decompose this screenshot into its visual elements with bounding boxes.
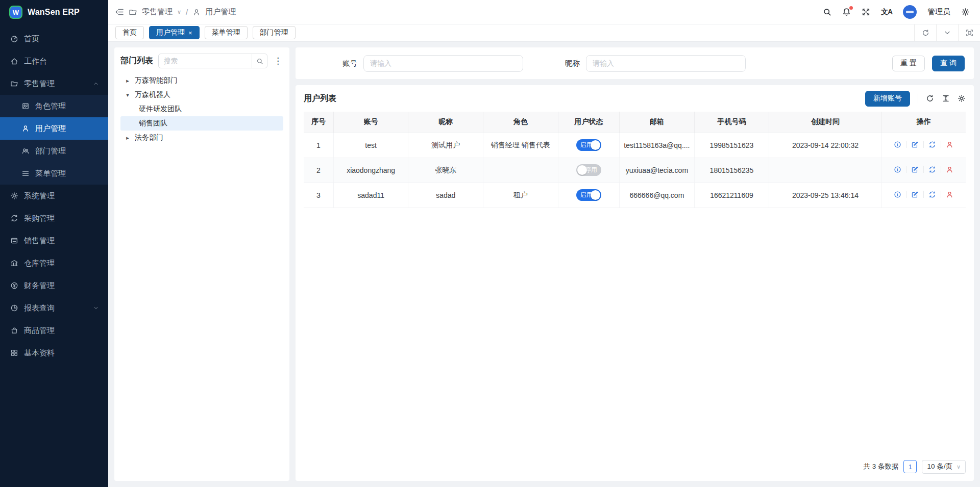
info-icon[interactable]: [894, 166, 901, 173]
sidebar-item-label: 财务管理: [24, 281, 99, 291]
tree-node[interactable]: 硬件研发团队: [120, 102, 283, 116]
chevron-down-icon[interactable]: ∨: [177, 9, 181, 15]
sidebar-item-dept-mgmt[interactable]: 部门管理: [0, 140, 108, 162]
tab-dept-mgmt[interactable]: 部门管理: [253, 26, 296, 39]
nickname-input[interactable]: [586, 55, 746, 72]
cell-status: 启用: [558, 133, 620, 158]
sidebar-item-workbench[interactable]: 工作台: [0, 50, 108, 72]
sidebar-item-label: 菜单管理: [35, 169, 99, 178]
edit-icon[interactable]: [911, 191, 919, 198]
yuan-coin-icon: [10, 281, 18, 290]
avatar[interactable]: [903, 5, 917, 19]
translate-icon[interactable]: 文A: [881, 8, 892, 17]
content-area: 部门列表 ⋮ ▸ 万森智能部门 ▾ 万森机器人: [108, 41, 980, 487]
top-header: 零售管理 ∨ / 用户管理 文A 管理员: [108, 0, 980, 24]
invoice-icon: [10, 237, 18, 245]
breadcrumb: 零售管理 ∨ / 用户管理: [115, 7, 236, 17]
page-size-select[interactable]: 10 条/页 ∨: [922, 460, 966, 474]
sidebar-item-role-mgmt[interactable]: 角色管理: [0, 95, 108, 117]
user-name[interactable]: 管理员: [927, 7, 950, 17]
close-icon[interactable]: ×: [188, 30, 192, 36]
table-row: 2 xiaodongzhang 张晓东 停用 yuxiuaa@tecia.com…: [304, 158, 966, 183]
fullscreen-icon[interactable]: [862, 8, 870, 16]
status-toggle[interactable]: 停用: [576, 164, 601, 176]
info-icon[interactable]: [894, 141, 901, 148]
sidebar-item-label: 首页: [24, 34, 99, 44]
department-search-input[interactable]: [159, 57, 252, 65]
edit-icon[interactable]: [911, 141, 919, 148]
query-button[interactable]: 查 询: [932, 56, 965, 71]
tree-node-selected[interactable]: 销售团队: [120, 116, 283, 131]
reset-button[interactable]: 重 置: [892, 56, 925, 71]
breadcrumb-level1[interactable]: 零售管理: [142, 7, 173, 17]
sidebar-item-purchase-mgmt[interactable]: 采购管理: [0, 207, 108, 229]
unbind-user-icon[interactable]: [946, 166, 953, 173]
person-icon: [192, 8, 201, 16]
breadcrumb-separator: /: [186, 8, 188, 16]
kebab-menu-icon[interactable]: ⋮: [273, 56, 283, 66]
search-icon[interactable]: [252, 54, 267, 68]
maximize-pane-icon[interactable]: [958, 24, 980, 41]
people-icon: [21, 147, 30, 155]
row-height-icon[interactable]: [942, 94, 950, 102]
tree-node[interactable]: ▸ 法务部门: [120, 131, 283, 145]
cycle-arrows-icon: [10, 214, 18, 222]
tab-menu-mgmt[interactable]: 菜单管理: [205, 26, 248, 39]
tab-bar: 首页 用户管理 × 菜单管理 部门管理: [108, 24, 980, 41]
sidebar-item-sales-mgmt[interactable]: 销售管理: [0, 229, 108, 252]
sidebar-item-menu-mgmt[interactable]: 菜单管理: [0, 162, 108, 185]
tree-node[interactable]: ▾ 万森机器人: [120, 88, 283, 102]
sidebar-item-retail[interactable]: 零售管理: [0, 72, 108, 95]
info-icon[interactable]: [894, 191, 901, 198]
sidebar-item-finance-mgmt[interactable]: 财务管理: [0, 274, 108, 297]
settings-gear-icon[interactable]: [961, 8, 970, 16]
refresh-icon[interactable]: [926, 94, 934, 102]
col-status: 用户状态: [558, 112, 620, 133]
notification-bell-icon[interactable]: [842, 8, 851, 16]
search-icon[interactable]: [823, 8, 831, 16]
status-toggle[interactable]: 启用: [576, 139, 601, 151]
page-number-button[interactable]: 1: [903, 460, 917, 473]
sidebar-item-warehouse-mgmt[interactable]: 仓库管理: [0, 252, 108, 274]
sidebar-item-label: 用户管理: [35, 124, 99, 134]
unbind-user-icon[interactable]: [946, 191, 953, 198]
action-divider: [906, 191, 906, 198]
reset-password-icon[interactable]: [928, 166, 936, 173]
cell-created: 2023-09-14 22:00:32: [769, 133, 882, 158]
refresh-icon[interactable]: [914, 24, 936, 41]
sidebar-item-home[interactable]: 首页: [0, 28, 108, 50]
tree-collapsed-icon[interactable]: ▸: [125, 78, 131, 84]
nickname-label: 昵称: [565, 59, 580, 68]
reset-password-icon[interactable]: [928, 191, 936, 198]
tree-collapsed-icon[interactable]: ▸: [125, 135, 131, 141]
sidebar-item-report-query[interactable]: 报表查询: [0, 297, 108, 319]
column-settings-gear-icon[interactable]: [958, 94, 966, 102]
cell-created: [769, 158, 882, 183]
folder-open-icon: [10, 80, 18, 88]
edit-icon[interactable]: [911, 166, 919, 173]
cell-roles: 销售经理 销售代表: [483, 133, 558, 158]
tab-home[interactable]: 首页: [115, 26, 144, 39]
tab-user-mgmt[interactable]: 用户管理 ×: [149, 26, 200, 39]
page-size-value: 10 条/页: [927, 462, 952, 471]
main-column: 零售管理 ∨ / 用户管理 文A 管理员 首: [108, 0, 980, 487]
chevron-down-icon[interactable]: [936, 24, 958, 41]
tree-expanded-icon[interactable]: ▾: [125, 92, 131, 98]
add-account-button[interactable]: 新增账号: [865, 91, 910, 107]
tab-label: 用户管理: [156, 28, 185, 37]
sidebar-item-user-mgmt[interactable]: 用户管理: [0, 117, 108, 140]
sidebar-item-product-mgmt[interactable]: 商品管理: [0, 319, 108, 342]
sidebar-item-system-mgmt[interactable]: 系统管理: [0, 185, 108, 207]
status-toggle[interactable]: 启用: [576, 189, 601, 201]
account-input[interactable]: [363, 55, 523, 72]
cell-phone: 19985151623: [694, 133, 769, 158]
unbind-user-icon[interactable]: [946, 141, 953, 148]
department-panel-header: 部门列表 ⋮: [120, 54, 283, 68]
reset-password-icon[interactable]: [928, 141, 936, 148]
sidebar-item-label: 报表查询: [24, 303, 87, 313]
cell-nickname: sadad: [408, 183, 483, 208]
collapse-sidebar-icon[interactable]: [115, 8, 124, 16]
cell-phone: 18015156235: [694, 158, 769, 183]
sidebar-item-basic-data[interactable]: 基本资料: [0, 342, 108, 364]
tree-node[interactable]: ▸ 万森智能部门: [120, 73, 283, 88]
